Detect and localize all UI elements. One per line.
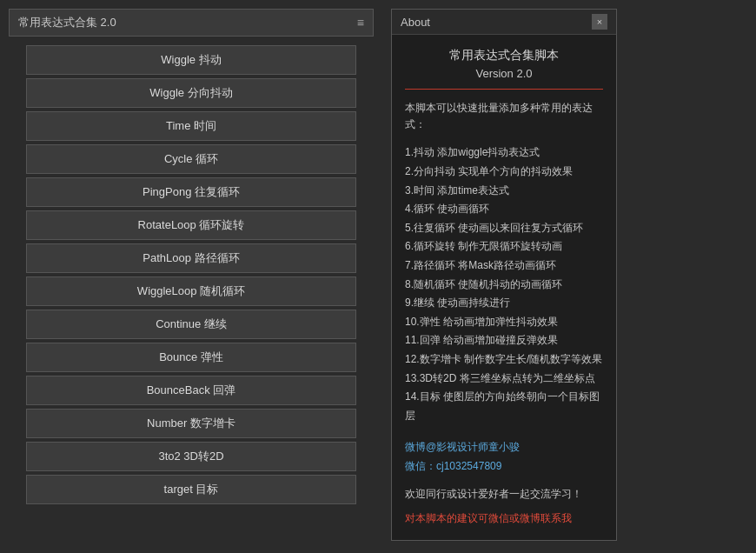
feature-item: 14.目标 使图层的方向始终朝向一个目标图层 — [405, 388, 603, 425]
feature-item: 7.路径循环 将Mask路径动画循环 — [405, 257, 603, 276]
about-content: 常用表达式合集脚本 Version 2.0 本脚本可以快速批量添加多种常用的表达… — [392, 35, 616, 540]
right-panel: About × 常用表达式合集脚本 Version 2.0 本脚本可以快速批量添… — [382, 0, 756, 553]
feature-item: 3.时间 添加time表达式 — [405, 182, 603, 201]
feature-item: 1.抖动 添加wiggle抖动表达式 — [405, 143, 603, 163]
about-features: 1.抖动 添加wiggle抖动表达式2.分向抖动 实现单个方向的抖动效果3.时间… — [405, 143, 603, 425]
feature-item: 8.随机循环 使随机抖动的动画循环 — [405, 276, 603, 295]
btn-wiggle[interactable]: Wiggle 抖动 — [26, 45, 356, 75]
feature-item: 10.弹性 给动画增加弹性抖动效果 — [405, 313, 603, 332]
about-window: About × 常用表达式合集脚本 Version 2.0 本脚本可以快速批量添… — [391, 9, 617, 541]
contact-item: 微博@影视设计师童小骏 — [405, 438, 603, 457]
about-desc: 本脚本可以快速批量添加多种常用的表达式： — [405, 100, 603, 133]
btn-bounceback[interactable]: BounceBack 回弹 — [26, 376, 356, 405]
feature-item: 2.分向抖动 实现单个方向的抖动效果 — [405, 163, 603, 182]
menu-icon[interactable]: ≡ — [357, 16, 364, 30]
btn-3to2[interactable]: 3to2 3D转2D — [26, 442, 356, 471]
feature-item: 9.继续 使动画持续进行 — [405, 294, 603, 313]
btn-target[interactable]: target 目标 — [26, 475, 356, 504]
btn-time[interactable]: Time 时间 — [26, 111, 356, 141]
btn-pingpong[interactable]: PingPong 往复循环 — [26, 177, 356, 207]
panel-header: 常用表达式合集 2.0 ≡ — [9, 9, 374, 37]
about-title: About — [401, 16, 430, 29]
about-close-button[interactable]: × — [592, 14, 607, 30]
feature-item: 12.数字增卡 制作数字生长/随机数字等效果 — [405, 350, 603, 370]
feature-item: 11.回弹 给动画增加碰撞反弹效果 — [405, 331, 603, 350]
button-list: Wiggle 抖动Wiggle 分向抖动Time 时间Cycle 循环PingP… — [9, 45, 374, 504]
left-panel: 常用表达式合集 2.0 ≡ Wiggle 抖动Wiggle 分向抖动Time 时… — [0, 0, 382, 553]
contact-item: 微信：cj1032547809 — [405, 457, 603, 476]
btn-continue[interactable]: Continue 继续 — [26, 310, 356, 339]
about-divider — [405, 89, 603, 90]
btn-bounce[interactable]: Bounce 弹性 — [26, 343, 356, 372]
feature-item: 4.循环 使动画循环 — [405, 200, 603, 219]
feature-item: 6.循环旋转 制作无限循环旋转动画 — [405, 237, 603, 257]
about-titlebar: About × — [392, 10, 616, 35]
about-invite: 欢迎同行或设计爱好者一起交流学习！ — [405, 486, 603, 503]
about-script-title: 常用表达式合集脚本 — [405, 48, 603, 63]
feature-item: 5.往复循环 使动画以来回往复方式循环 — [405, 219, 603, 238]
btn-pathloop[interactable]: PathLoop 路径循环 — [26, 243, 356, 273]
about-contact: 微博@影视设计师童小骏微信：cj1032547809 — [405, 438, 603, 476]
btn-wiggle-dir[interactable]: Wiggle 分向抖动 — [26, 78, 356, 108]
about-version: Version 2.0 — [405, 67, 603, 80]
feature-item: 13.3D转2D 将三维坐标点转为二维坐标点 — [405, 370, 603, 389]
panel-title: 常用表达式合集 2.0 — [18, 15, 116, 30]
about-feedback: 对本脚本的建议可微信或微博联系我 — [405, 510, 603, 527]
btn-rotateloop[interactable]: RotateLoop 循环旋转 — [26, 210, 356, 240]
btn-cycle[interactable]: Cycle 循环 — [26, 144, 356, 174]
btn-wiggleloop[interactable]: WiggleLoop 随机循环 — [26, 276, 356, 306]
btn-number[interactable]: Number 数字增卡 — [26, 409, 356, 438]
